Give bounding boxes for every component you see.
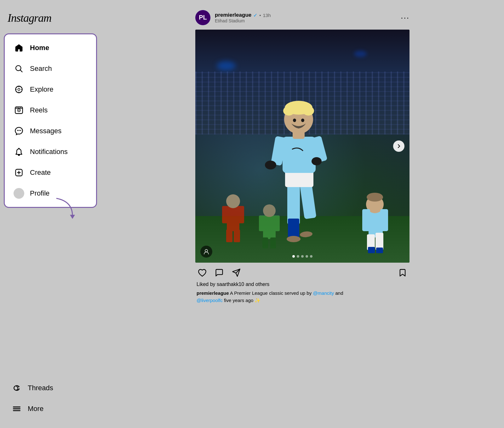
post-actions	[195, 263, 410, 282]
sidebar-item-threads[interactable]: Threads	[6, 378, 94, 398]
search-icon	[14, 63, 24, 74]
svg-rect-47	[376, 248, 383, 253]
svg-rect-28	[288, 219, 299, 237]
sidebar-item-create[interactable]: Create	[7, 163, 94, 182]
caption-mention-mancity[interactable]: @mancity	[313, 290, 334, 296]
messages-icon	[14, 126, 24, 136]
svg-point-34	[265, 161, 276, 169]
post-image-background	[195, 30, 410, 263]
post-image	[195, 30, 410, 263]
svg-text:PL: PL	[199, 14, 207, 21]
svg-rect-46	[368, 247, 375, 253]
likes-username[interactable]: saarthakk10	[217, 282, 244, 287]
svg-point-64	[205, 249, 208, 252]
svg-rect-31	[283, 137, 316, 173]
author-info: premierleague ✓ • 13h Etihad Stadium	[215, 12, 271, 23]
sidebar-item-home[interactable]: Home	[7, 38, 94, 58]
svg-point-29	[287, 236, 301, 242]
post-caption: premierleague A Premier League classic s…	[195, 290, 410, 304]
svg-rect-62	[259, 215, 265, 231]
sidebar-item-notifications[interactable]: Notifications	[7, 142, 94, 162]
svg-point-42	[301, 119, 304, 122]
save-button[interactable]	[397, 267, 408, 278]
author-username: premierleague	[215, 12, 251, 18]
sidebar-item-explore-label: Explore	[30, 85, 54, 94]
caption-mention-liverpool[interactable]: @liverpoolfc	[197, 298, 223, 303]
carousel-dot-4[interactable]	[306, 255, 308, 258]
carousel-dot-1[interactable]	[292, 255, 295, 258]
author-name-row: premierleague ✓ • 13h	[215, 12, 271, 18]
svg-rect-45	[375, 233, 383, 250]
share-button[interactable]	[231, 267, 242, 278]
bottom-nav: Threads More	[0, 372, 101, 428]
tag-people-button[interactable]	[200, 246, 212, 258]
sidebar-item-reels[interactable]: Reels	[7, 100, 94, 120]
svg-rect-57	[238, 206, 244, 223]
carousel-dot-3[interactable]	[301, 255, 304, 258]
carousel-dot-2[interactable]	[297, 255, 299, 258]
svg-point-35	[312, 157, 322, 165]
actions-left	[197, 267, 242, 278]
sidebar-item-search-label: Search	[30, 65, 52, 73]
svg-point-49	[367, 193, 383, 202]
like-button[interactable]	[197, 267, 208, 278]
carousel-dots	[292, 255, 312, 258]
svg-point-30	[300, 231, 312, 237]
home-icon	[14, 43, 24, 53]
post-author: PL premierleague ✓ • 13h Etihad Stadium	[195, 10, 271, 25]
verified-badge: ✓	[253, 12, 257, 18]
post-time-value: 13h	[263, 13, 271, 18]
sidebar-item-profile[interactable]: Profile	[7, 184, 94, 203]
caption-end: five years ago ✨	[224, 298, 261, 303]
instagram-logo: Instagram	[0, 6, 101, 33]
svg-point-61	[263, 204, 276, 217]
svg-point-41	[293, 119, 296, 122]
comment-button[interactable]	[214, 267, 225, 278]
svg-line-1	[20, 70, 22, 72]
post-more-button[interactable]: ···	[401, 14, 410, 22]
author-avatar: PL	[195, 10, 210, 25]
svg-point-39	[283, 106, 295, 116]
caption-and: and	[335, 290, 343, 296]
caption-text-content: A Premier League classic served up by	[230, 290, 312, 296]
post-header: PL premierleague ✓ • 13h Etihad Stadium …	[195, 6, 410, 30]
post-card: PL premierleague ✓ • 13h Etihad Stadium …	[195, 6, 410, 422]
svg-rect-54	[234, 230, 240, 242]
sidebar-item-messages-label: Messages	[30, 127, 61, 135]
sidebar-item-explore[interactable]: Explore	[7, 80, 94, 99]
svg-rect-59	[262, 237, 268, 248]
sidebar-item-messages[interactable]: Messages	[7, 121, 94, 141]
svg-point-3	[18, 88, 20, 91]
main-content: PL premierleague ✓ • 13h Etihad Stadium …	[101, 0, 504, 428]
sidebar-item-profile-label: Profile	[30, 189, 49, 197]
carousel-dot-5[interactable]	[310, 255, 312, 258]
svg-point-40	[303, 106, 314, 116]
threads-icon	[11, 383, 22, 393]
sidebar-item-more-label: More	[28, 405, 43, 413]
nav-box: Home Search	[4, 33, 97, 208]
svg-rect-56	[222, 206, 228, 223]
carousel-next-button[interactable]	[393, 140, 404, 152]
create-icon	[14, 167, 24, 178]
sidebar-item-home-label: Home	[30, 44, 49, 52]
sidebar: Instagram Home Search	[0, 0, 101, 428]
more-icon	[11, 403, 22, 414]
svg-rect-58	[263, 215, 276, 239]
sidebar-item-more[interactable]: More	[6, 399, 94, 419]
post-likes: Liked by saarthakk10 and others	[195, 282, 410, 290]
reels-icon	[14, 105, 24, 116]
sidebar-item-create-label: Create	[30, 168, 51, 177]
svg-rect-52	[227, 206, 239, 231]
svg-rect-50	[362, 209, 370, 231]
sidebar-item-threads-label: Threads	[28, 384, 53, 392]
explore-icon	[14, 84, 24, 95]
svg-rect-63	[274, 215, 280, 231]
svg-point-10	[18, 110, 20, 111]
svg-point-55	[226, 194, 240, 208]
sidebar-item-search[interactable]: Search	[7, 59, 94, 78]
svg-rect-53	[226, 230, 232, 242]
sidebar-item-reels-label: Reels	[30, 106, 48, 114]
avatar	[14, 188, 24, 199]
svg-rect-51	[380, 209, 388, 231]
caption-username[interactable]: premierleague	[197, 290, 229, 296]
